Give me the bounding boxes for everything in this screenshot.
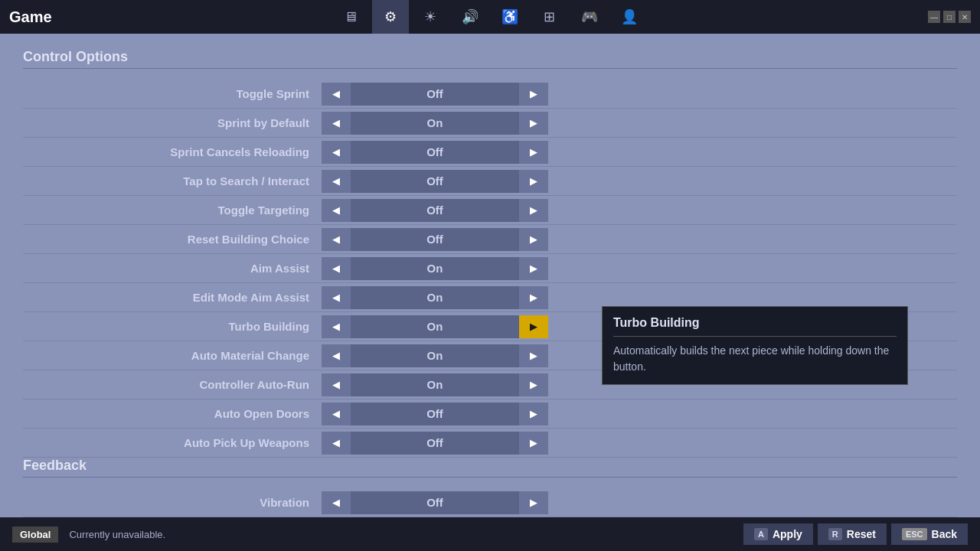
arrow-right-button[interactable]: ▶ [519,170,548,193]
arrow-right-button[interactable]: ▶ [519,141,548,164]
setting-row: Sprint Cancels Reloading◀Off▶ [23,138,957,167]
setting-row: Tap to Search / Interact◀Off▶ [23,167,957,196]
monitor-icon[interactable]: 🖥 [332,0,369,34]
arrow-right-button[interactable]: ▶ [519,373,548,396]
arrow-right-button[interactable]: ▶ [519,286,548,309]
setting-row: Toggle Sprint◀Off▶ [23,80,957,109]
arrow-left-button[interactable]: ◀ [322,315,351,338]
value-display: On [351,315,519,338]
setting-label: Turbo Building [23,320,322,333]
setting-control: ◀Off▶ [322,170,548,193]
settings-list-control-options: Toggle Sprint◀Off▶Sprint by Default◀On▶S… [23,80,957,458]
arrow-right-button[interactable]: ▶ [519,344,548,367]
setting-label: Auto Open Doors [23,407,322,420]
value-display: On [351,344,519,367]
arrow-left-button[interactable]: ◀ [322,170,351,193]
arrow-right-button[interactable]: ▶ [519,432,548,455]
arrow-right-button[interactable]: ▶ [519,199,548,222]
setting-label: Controller Auto-Run [23,378,322,391]
setting-label: Edit Mode Aim Assist [23,291,322,304]
accessibility-icon[interactable]: ♿ [492,0,528,34]
maximize-button[interactable]: □ [943,11,956,23]
setting-label: Reset Building Choice [23,233,322,246]
arrow-right-button[interactable]: ▶ [519,403,548,425]
arrow-left-button[interactable]: ◀ [322,257,351,280]
section-header-control-options: Control Options [23,49,957,69]
value-display: Off [351,228,519,251]
global-label: Global [12,527,58,543]
close-button[interactable]: ✕ [959,11,971,23]
btn-key-r: R [828,528,842,540]
back-button[interactable]: ESCBack [891,523,968,545]
arrow-right-button[interactable]: ▶ [519,228,548,251]
profile-icon[interactable]: 👤 [611,0,648,34]
setting-control: ◀On▶ [322,315,548,338]
arrow-right-button[interactable]: ▶ [519,315,548,338]
arrow-left-button[interactable]: ◀ [322,491,351,514]
value-display: Off [351,432,519,455]
audio-icon[interactable]: 🔊 [452,0,488,34]
setting-label: Sprint by Default [23,116,322,129]
setting-control: ◀Off▶ [322,199,548,222]
setting-control: ◀On▶ [322,112,548,135]
window-controls[interactable]: —□✕ [928,11,971,23]
title-bar: Game 🖥⚙☀🔊♿⊞🎮👤 —□✕ [0,0,980,34]
setting-row: Aim Assist◀On▶ [23,254,957,283]
arrow-right-button[interactable]: ▶ [519,83,548,106]
value-display: Off [351,83,519,106]
tooltip-body: Automatically builds the next piece whil… [613,343,897,375]
btn-label: Reset [847,528,876,540]
btn-key-esc: ESC [902,528,927,540]
value-display: On [351,257,519,280]
setting-control: ◀Off▶ [322,228,548,251]
btn-label: Apply [773,528,802,540]
brightness-icon[interactable]: ☀ [412,0,449,34]
nav-icons: 🖥⚙☀🔊♿⊞🎮👤 [332,0,648,34]
arrow-left-button[interactable]: ◀ [322,403,351,425]
setting-row: Auto Pick Up Weapons◀Off▶ [23,429,957,458]
arrow-left-button[interactable]: ◀ [322,373,351,396]
arrow-left-button[interactable]: ◀ [322,286,351,309]
arrow-left-button[interactable]: ◀ [322,199,351,222]
controller-icon[interactable]: 🎮 [571,0,608,34]
arrow-left-button[interactable]: ◀ [322,83,351,106]
setting-control: ◀On▶ [322,286,548,309]
setting-row: Toggle Targeting◀Off▶ [23,196,957,225]
status-text: Currently unavailable. [69,529,165,540]
btn-key-a: A [754,528,768,540]
arrow-left-button[interactable]: ◀ [322,344,351,367]
tooltip: Turbo Building Automatically builds the … [602,306,908,385]
setting-label: Aim Assist [23,262,322,275]
setting-row: Reset Building Choice◀Off▶ [23,225,957,254]
arrow-left-button[interactable]: ◀ [322,432,351,455]
value-display: Off [351,141,519,164]
setting-label: Sprint Cancels Reloading [23,145,322,158]
value-display: On [351,112,519,135]
hud-icon[interactable]: ⊞ [531,0,568,34]
reset-button[interactable]: RReset [818,523,887,545]
gear-icon[interactable]: ⚙ [372,0,409,34]
title-bar-left: Game [9,8,52,26]
arrow-left-button[interactable]: ◀ [322,112,351,135]
setting-row: Sprint by Default◀On▶ [23,109,957,138]
value-display: On [351,373,519,396]
arrow-left-button[interactable]: ◀ [322,228,351,251]
arrow-right-button[interactable]: ▶ [519,257,548,280]
arrow-left-button[interactable]: ◀ [322,141,351,164]
setting-control: ◀Off▶ [322,83,548,106]
apply-button[interactable]: AApply [743,523,813,545]
arrow-right-button[interactable]: ▶ [519,112,548,135]
setting-row: Vibration◀Off▶ [23,488,957,517]
minimize-button[interactable]: — [928,11,940,23]
setting-control: ◀On▶ [322,344,548,367]
setting-label: Auto Material Change [23,349,322,362]
bottom-actions: AApplyRResetESCBack [743,523,968,545]
btn-label: Back [932,528,957,540]
section-header-feedback: Feedback [23,458,957,478]
setting-control: ◀On▶ [322,373,548,396]
setting-control: ◀Off▶ [322,141,548,164]
main-content: Control OptionsToggle Sprint◀Off▶Sprint … [0,34,980,517]
arrow-right-button[interactable]: ▶ [519,491,548,514]
setting-label: Toggle Sprint [23,87,322,100]
setting-control: ◀Off▶ [322,491,548,514]
